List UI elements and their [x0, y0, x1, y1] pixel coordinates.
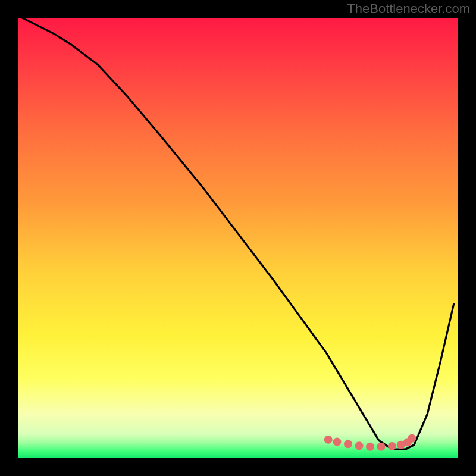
marker-dot	[344, 440, 352, 448]
plot-area	[18, 18, 458, 458]
marker-dot	[366, 443, 374, 451]
gradient-background	[18, 18, 458, 458]
plot-svg	[18, 18, 458, 458]
marker-dot	[388, 442, 396, 450]
marker-dot	[377, 443, 386, 451]
marker-dot	[355, 441, 364, 450]
marker-dot	[324, 436, 333, 444]
watermark-text: TheBottlenecker.com	[347, 1, 470, 17]
marker-dot	[408, 434, 416, 443]
marker-dot	[333, 438, 342, 446]
chart-frame: TheBottlenecker.com	[0, 0, 476, 476]
